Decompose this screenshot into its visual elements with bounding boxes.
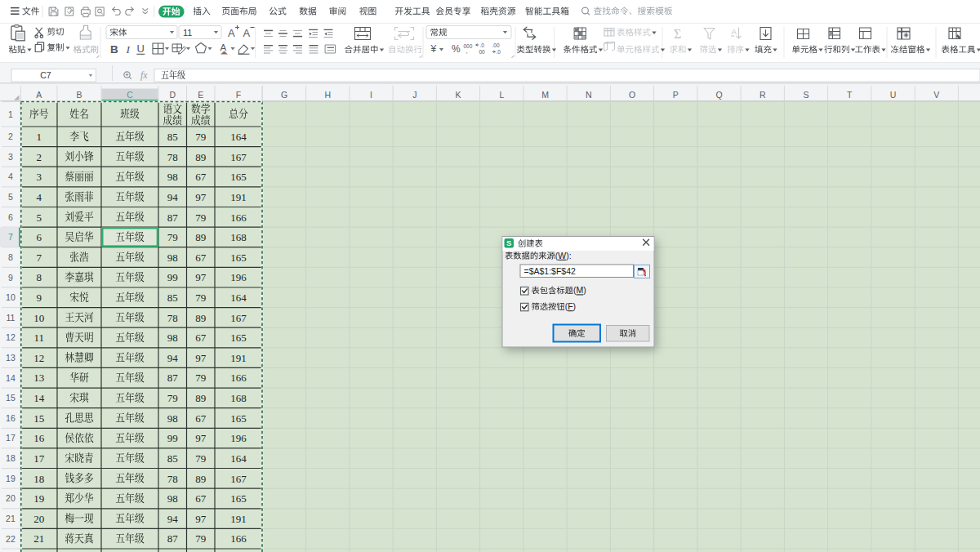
svg-text:A: A [220, 42, 227, 52]
svg-text:67: 67 [195, 412, 207, 425]
svg-text:9: 9 [8, 273, 13, 283]
svg-text:79: 79 [195, 372, 206, 384]
svg-text:,: , [466, 47, 468, 55]
svg-text:89: 89 [195, 231, 206, 243]
svg-text:78: 78 [167, 312, 178, 324]
svg-text:.00: .00 [492, 42, 500, 48]
svg-text:164: 164 [230, 292, 247, 304]
svg-text:97: 97 [195, 352, 207, 364]
svg-text:S: S [506, 238, 511, 247]
svg-text:A: A [732, 27, 737, 36]
svg-text:167: 167 [230, 473, 247, 485]
svg-text:9: 9 [37, 292, 42, 304]
svg-text:12: 12 [6, 332, 16, 342]
svg-text:12: 12 [33, 352, 44, 364]
svg-text:17: 17 [6, 433, 16, 443]
svg-text:U: U [890, 90, 897, 100]
svg-text:5: 5 [37, 211, 42, 224]
svg-text:166: 166 [230, 532, 247, 545]
svg-text:98: 98 [167, 492, 178, 505]
svg-text:165: 165 [230, 412, 247, 425]
svg-text:7: 7 [8, 232, 13, 242]
svg-text:20: 20 [33, 513, 44, 525]
svg-text:165: 165 [230, 492, 247, 505]
svg-text:164: 164 [230, 452, 247, 465]
svg-text:67: 67 [195, 492, 207, 505]
svg-text:C7: C7 [40, 70, 51, 80]
svg-text:11: 11 [34, 332, 45, 344]
svg-text:10: 10 [33, 312, 44, 324]
svg-text:4: 4 [8, 171, 13, 181]
svg-text:5: 5 [8, 192, 13, 202]
svg-text:R: R [760, 90, 766, 100]
svg-text:=$A$1:$F$42: =$A$1:$F$42 [524, 266, 577, 276]
svg-text:79: 79 [195, 211, 206, 224]
svg-text:C: C [127, 90, 133, 100]
svg-text:79: 79 [195, 131, 206, 143]
svg-text:165: 165 [230, 332, 247, 344]
svg-text:196: 196 [230, 271, 247, 283]
svg-text:98: 98 [167, 332, 178, 344]
svg-text:W: W [558, 251, 566, 260]
svg-text:O: O [629, 90, 635, 100]
svg-text:79: 79 [167, 231, 178, 243]
svg-text:14: 14 [33, 392, 45, 404]
svg-text:13: 13 [6, 353, 16, 363]
svg-text:19: 19 [6, 474, 16, 483]
svg-text:17: 17 [33, 452, 45, 465]
svg-text:Σ: Σ [674, 27, 681, 41]
svg-text:T: T [847, 90, 853, 100]
svg-text:85: 85 [167, 452, 178, 465]
svg-text:97: 97 [195, 513, 207, 525]
svg-text:67: 67 [195, 171, 207, 183]
svg-text:18: 18 [33, 473, 44, 485]
svg-text:87: 87 [167, 211, 179, 224]
svg-text:Q: Q [715, 90, 722, 100]
svg-text:G: G [281, 90, 287, 100]
svg-text:3: 3 [8, 152, 13, 162]
svg-text:H: H [325, 90, 332, 100]
svg-text:191: 191 [230, 352, 247, 364]
svg-text:19: 19 [33, 492, 44, 505]
svg-text:89: 89 [195, 473, 206, 485]
svg-text:00: 00 [479, 49, 486, 55]
svg-text:168: 168 [230, 231, 247, 243]
svg-text:S: S [803, 90, 808, 100]
svg-text:I: I [370, 90, 372, 100]
svg-text:P: P [673, 90, 679, 100]
svg-text:87: 87 [167, 532, 179, 545]
svg-text:6: 6 [37, 231, 42, 243]
svg-text:N: N [586, 90, 592, 100]
svg-text:166: 166 [230, 211, 247, 224]
svg-text:97: 97 [195, 432, 207, 444]
svg-text:67: 67 [195, 332, 207, 344]
svg-text:165: 165 [230, 171, 247, 183]
svg-text:.0: .0 [497, 49, 501, 55]
svg-text:99: 99 [167, 432, 178, 444]
svg-text:16: 16 [6, 413, 16, 423]
svg-text:79: 79 [195, 292, 206, 304]
svg-text:7: 7 [37, 252, 42, 264]
svg-text:14: 14 [6, 373, 16, 383]
svg-text:165: 165 [230, 252, 247, 264]
svg-text:J: J [412, 90, 416, 100]
svg-text:A: A [243, 27, 251, 39]
svg-text:8: 8 [37, 271, 42, 283]
svg-text:15: 15 [33, 412, 44, 425]
svg-text:D: D [169, 90, 176, 100]
svg-text:U: U [137, 42, 145, 55]
svg-text:M: M [577, 285, 584, 295]
svg-text:78: 78 [167, 151, 178, 163]
svg-text:164: 164 [230, 131, 247, 143]
svg-text:166: 166 [230, 372, 247, 384]
svg-text:94: 94 [167, 191, 179, 203]
svg-text:196: 196 [230, 432, 247, 444]
svg-text:B: B [110, 43, 118, 56]
svg-text:89: 89 [195, 312, 206, 324]
svg-text:L: L [499, 90, 504, 100]
svg-text:000: 000 [464, 43, 473, 49]
svg-text:B: B [76, 90, 82, 100]
svg-text:89: 89 [195, 151, 206, 163]
svg-text:21: 21 [33, 532, 44, 545]
svg-text:168: 168 [230, 392, 247, 404]
